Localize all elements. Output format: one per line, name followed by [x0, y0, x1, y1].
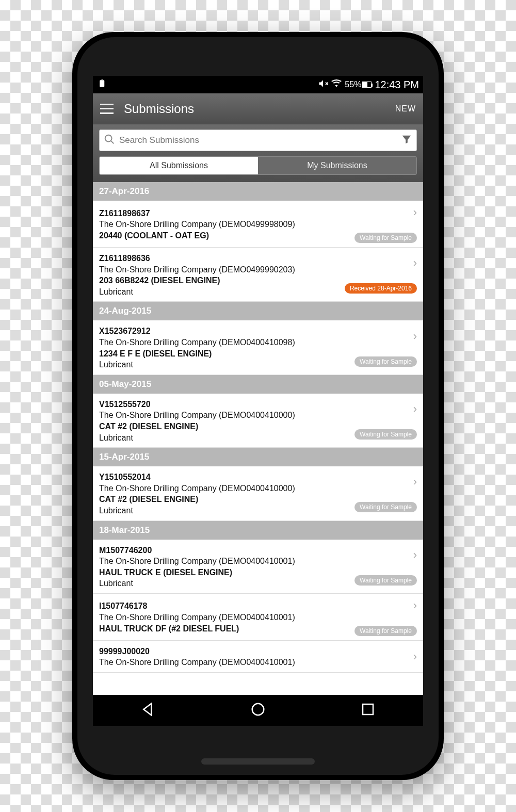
submission-row[interactable]: Z1611898637The On-Shore Drilling Company…	[93, 201, 423, 248]
page-title: Submissions	[124, 102, 395, 116]
chevron-right-icon: ›	[413, 475, 417, 489]
submission-info: Z1611898637The On-Shore Drilling Company…	[99, 208, 350, 241]
submission-row[interactable]: V1512555720The On-Shore Drilling Company…	[93, 394, 423, 448]
status-badge: Waiting for Sample	[354, 429, 417, 440]
submission-row[interactable]: I1507746178The On-Shore Drilling Company…	[93, 594, 423, 641]
app-bar: Submissions NEW	[93, 93, 423, 124]
chevron-right-icon: ›	[413, 402, 417, 416]
tab-all-submissions[interactable]: All Submissions	[100, 157, 258, 174]
row-right: ›	[413, 650, 417, 663]
speaker-bottom	[201, 758, 315, 765]
battery-percent: 55%	[345, 80, 361, 89]
screen: 55% 12:43 PM Submissions NEW	[93, 76, 423, 726]
row-right: ›Waiting for Sample	[354, 330, 417, 367]
submission-row[interactable]: 99999J00020The On-Shore Drilling Company…	[93, 641, 423, 673]
menu-icon[interactable]	[100, 104, 114, 114]
nav-back-icon[interactable]	[140, 702, 156, 719]
tabs: All Submissions My Submissions	[99, 156, 417, 175]
date-header: 15-Apr-2015	[93, 448, 423, 466]
submission-info: M1507746200The On-Shore Drilling Company…	[99, 545, 350, 589]
chevron-right-icon: ›	[413, 206, 417, 219]
nav-recent-icon[interactable]	[360, 702, 376, 719]
search-area: All Submissions My Submissions	[93, 124, 423, 182]
svg-point-0	[252, 704, 264, 716]
submission-row[interactable]: X1523672912The On-Shore Drilling Company…	[93, 320, 423, 375]
nav-home-icon[interactable]	[250, 702, 266, 719]
submissions-list[interactable]: 27-Apr-2016Z1611898637The On-Shore Drill…	[93, 182, 423, 695]
date-header: 05-May-2015	[93, 375, 423, 394]
status-badge: Waiting for Sample	[354, 626, 417, 636]
row-right: ›Waiting for Sample	[354, 599, 417, 636]
submission-info: Y1510552014The On-Shore Drilling Company…	[99, 472, 350, 516]
submission-info: Z1611898636The On-Shore Drilling Company…	[99, 253, 341, 297]
submission-row[interactable]: Y1510552014The On-Shore Drilling Company…	[93, 466, 423, 521]
phone-frame: 55% 12:43 PM Submissions NEW	[72, 32, 444, 780]
row-right: ›Waiting for Sample	[354, 402, 417, 440]
row-right: ›Waiting for Sample	[354, 475, 417, 512]
search-input[interactable]	[119, 135, 397, 145]
row-right: ›Waiting for Sample	[354, 548, 417, 586]
chevron-right-icon: ›	[413, 650, 417, 663]
chevron-right-icon: ›	[413, 330, 417, 343]
chevron-right-icon: ›	[413, 548, 417, 562]
submission-info: V1512555720The On-Shore Drilling Company…	[99, 399, 350, 443]
status-bar: 55% 12:43 PM	[93, 76, 423, 93]
search-box[interactable]	[99, 129, 417, 151]
new-button[interactable]: NEW	[395, 104, 416, 113]
android-nav-bar	[93, 695, 423, 726]
date-header: 18-Mar-2015	[93, 521, 423, 540]
status-badge: Waiting for Sample	[354, 356, 417, 367]
date-header: 27-Apr-2016	[93, 182, 423, 201]
row-right: ›Received 28-Apr-2016	[345, 256, 417, 294]
status-badge: Waiting for Sample	[354, 502, 417, 512]
submission-row[interactable]: Z1611898636The On-Shore Drilling Company…	[93, 248, 423, 302]
submission-info: X1523672912The On-Shore Drilling Company…	[99, 326, 350, 370]
filter-icon[interactable]	[401, 134, 412, 147]
clipboard-icon	[97, 79, 106, 91]
clock: 12:43 PM	[375, 79, 419, 91]
submission-row[interactable]: M1507746200The On-Shore Drilling Company…	[93, 540, 423, 594]
status-badge: Received 28-Apr-2016	[345, 283, 417, 294]
chevron-right-icon: ›	[413, 599, 417, 612]
mute-icon	[318, 78, 328, 91]
chevron-right-icon: ›	[413, 256, 417, 270]
status-badge: Waiting for Sample	[354, 233, 417, 243]
battery-indicator: 55%	[345, 80, 372, 89]
wifi-icon	[331, 78, 342, 91]
status-badge: Waiting for Sample	[354, 575, 417, 586]
row-right: ›Waiting for Sample	[354, 206, 417, 243]
submission-info: 99999J00020The On-Shore Drilling Company…	[99, 646, 409, 668]
date-header: 24-Aug-2015	[93, 302, 423, 320]
submission-info: I1507746178The On-Shore Drilling Company…	[99, 600, 350, 634]
search-icon	[104, 134, 115, 147]
tab-my-submissions[interactable]: My Submissions	[258, 157, 416, 174]
svg-rect-1	[363, 704, 373, 714]
